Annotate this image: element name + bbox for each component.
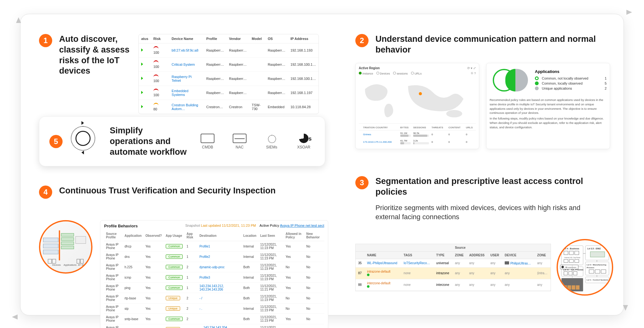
status-dot-icon bbox=[367, 285, 369, 288]
svg-text:Lvl 1 - Control Systems: Lvl 1 - Control Systems bbox=[587, 279, 608, 281]
seg-row[interactable]: 87intrazone-defaultnoneintrazone anyanya… bbox=[356, 267, 551, 279]
device-row[interactable]: 100 Raspberry Pi Telnet Raspberr…Raspber… bbox=[139, 72, 319, 86]
venn-legend-item: Common, locally observed5 bbox=[535, 81, 607, 85]
device-col[interactable] bbox=[164, 34, 169, 43]
device-name-link[interactable]: Critical-System bbox=[172, 63, 195, 66]
seg-row[interactable]: 88interzone-defaultnoneinterzone anyanya… bbox=[356, 279, 551, 291]
device-col[interactable]: Model bbox=[249, 34, 265, 43]
svg-rect-8 bbox=[75, 236, 86, 244]
status-icon bbox=[141, 105, 143, 108]
device-col[interactable]: OS bbox=[265, 34, 288, 43]
device-col[interactable]: IP Address bbox=[288, 34, 319, 43]
svg-text:AT Servers: AT Servers bbox=[78, 264, 90, 266]
step-5-card: 5 Simplify operations and automate workf… bbox=[39, 116, 325, 166]
svg-rect-0 bbox=[43, 238, 58, 242]
device-inventory-table: atusRiskDevice NameProfileVendorModelOSI… bbox=[138, 34, 319, 114]
device-col[interactable]: Profile bbox=[204, 34, 226, 43]
step-3: 3 Segmentation and prescriptive least ac… bbox=[355, 176, 601, 222]
svg-text:Lvl 3.5 - IDMZ: Lvl 3.5 - IDMZ bbox=[587, 247, 601, 250]
step-4-title: Continuous Trust Verification and Securi… bbox=[59, 186, 276, 196]
pb-row[interactable]: Avaya IP Phonertp-baseYes Unique 2 - / B… bbox=[104, 293, 324, 303]
svg-text:Lvl 3 - Manufacturing: Lvl 3 - Manufacturing bbox=[587, 264, 607, 266]
pb-policy-link[interactable]: Avaya IP Phone net test sect bbox=[280, 224, 324, 227]
seg-row[interactable]: 35WL-PhilipsUltrasoundIoTSecurityReco…un… bbox=[356, 259, 551, 267]
legend-dot-icon bbox=[535, 86, 539, 90]
cmdb-icon bbox=[201, 134, 214, 143]
integration-tools: CMDBNACSIEMsXSOAR bbox=[197, 134, 315, 149]
svg-rect-15 bbox=[80, 259, 84, 263]
map-card-controls-icon[interactable]: ⟳ ▾ ⤢ bbox=[467, 66, 476, 70]
pb-row[interactable]: Avaya IP PhonetracerouteNo Unique 4 … 14… bbox=[104, 324, 324, 328]
pb-row[interactable]: Avaya IP PhonednsYes Common 1 Profile2 I… bbox=[104, 252, 324, 262]
svg-rect-29 bbox=[590, 252, 605, 257]
svg-rect-14 bbox=[77, 259, 80, 263]
svg-rect-2 bbox=[43, 250, 58, 254]
device-name-link[interactable]: Embedded Systems bbox=[172, 89, 188, 97]
device-col[interactable]: Vendor bbox=[226, 34, 249, 43]
step-badge-5: 5 bbox=[49, 135, 63, 148]
framearrow-right-icon bbox=[626, 10, 632, 15]
status-dot-icon bbox=[367, 274, 369, 276]
svg-point-16 bbox=[446, 110, 462, 117]
map-row[interactable]: Grimes 91.1M 96.5k 000 bbox=[359, 131, 476, 138]
step-3-title: Segmentation and prescriptive least acce… bbox=[375, 176, 601, 197]
map-radio-urls[interactable]: URLs bbox=[414, 72, 422, 75]
device-name-link[interactable]: Raspberry Pi Telnet bbox=[172, 75, 192, 82]
step-2: 2 Understand device communication patter… bbox=[355, 34, 601, 55]
risk-gauge-icon bbox=[153, 60, 158, 64]
venn-heading: Applications bbox=[535, 69, 607, 74]
map-radio-devices[interactable]: Devices bbox=[380, 72, 390, 75]
tool-xsoar: XSOAR bbox=[293, 134, 315, 149]
device-row[interactable]: 100 Critical-System Raspberr…Raspberr…Ra… bbox=[139, 58, 319, 72]
pb-row[interactable]: Avaya IP Phoneh.225Yes Common 2 dynamic-… bbox=[104, 262, 324, 272]
map-title: Active Region bbox=[359, 66, 380, 70]
framearrow-left-icon bbox=[12, 314, 18, 320]
map-radio-sessions[interactable]: sessions bbox=[397, 72, 408, 75]
venn-legend-item: Common, not locally observed1 bbox=[535, 76, 607, 80]
venn-legend-item: Unique applications2 bbox=[535, 86, 607, 90]
active-region-card: Active Region ⟳ ▾ ⤢ Instance Devices ses… bbox=[355, 63, 479, 149]
svg-rect-1 bbox=[43, 244, 58, 248]
svg-text:HE-xxxxxxxxx: HE-xxxxxxxxx bbox=[565, 266, 576, 268]
device-name-link[interactable]: Crestron Building Autom… bbox=[172, 103, 198, 111]
seg-group-source: Source bbox=[452, 244, 535, 252]
svg-text:Applications: Applications bbox=[64, 264, 76, 266]
status-icon bbox=[141, 91, 143, 94]
step-1: 1 Auto discover, classify & assess risks… bbox=[39, 34, 319, 114]
tool-nac: NAC bbox=[229, 134, 251, 149]
venn-diagram-icon bbox=[493, 66, 530, 94]
status-icon bbox=[141, 48, 143, 52]
pb-row[interactable]: Avaya IP PhonedhcpYes Common 1 Profile1 … bbox=[104, 241, 324, 252]
pb-row[interactable]: Avaya IP PhonepingYes Common 1 143.234.1… bbox=[104, 283, 324, 293]
device-col[interactable]: atus bbox=[139, 34, 151, 43]
map-row[interactable]: 173.1610.175.11.200.200 41.7M 3.2k 000 bbox=[359, 138, 476, 146]
svg-rect-44 bbox=[563, 285, 567, 289]
applications-venn-card: Applications Common, not locally observe… bbox=[486, 63, 610, 149]
device-col[interactable]: Device Name bbox=[169, 34, 204, 43]
pb-row[interactable]: Avaya IP PhoneicmpYes Common 1 Profile3 … bbox=[104, 272, 324, 283]
svg-rect-4 bbox=[61, 233, 74, 236]
svg-rect-12 bbox=[48, 259, 52, 263]
device-row[interactable]: 100 Embedded Systems Raspberr…Raspberr…R… bbox=[139, 86, 319, 100]
svg-text:Devices: Devices bbox=[52, 264, 61, 266]
pb-title: Profile Behaviors bbox=[104, 224, 138, 228]
network-topology-thumb: Devices Applications AT Servers bbox=[39, 220, 92, 274]
pb-row[interactable]: Avaya IP Phonesntp-baseYes Common 2 Both… bbox=[104, 314, 324, 324]
step-badge-3: 3 bbox=[355, 176, 369, 189]
risk-gauge-icon bbox=[153, 89, 158, 92]
svg-rect-3 bbox=[59, 231, 60, 260]
svg-text:Lvl 4 - Business: Lvl 4 - Business bbox=[563, 247, 579, 250]
device-name-link[interactable]: b8:27:eb:5f:9c:a8 bbox=[172, 48, 198, 52]
framearrow-down-icon bbox=[623, 305, 628, 311]
svg-text:Process: Process bbox=[587, 266, 595, 269]
svg-rect-13 bbox=[52, 259, 56, 263]
device-row[interactable]: 80 Crestron Building Autom… Crestron…Cre… bbox=[139, 100, 319, 114]
venn-para-1: Recommended policy rules are based on co… bbox=[490, 98, 607, 115]
venn-para-2: In the following steps, modify policy ru… bbox=[490, 116, 607, 129]
siem-icon bbox=[265, 134, 279, 143]
map-radio-instance[interactable]: Instance bbox=[363, 72, 373, 75]
pb-row[interactable]: Avaya IP PhonesipYes Unique 2 - . Intern… bbox=[104, 303, 324, 314]
world-map-icon bbox=[359, 76, 476, 124]
device-col[interactable]: Risk bbox=[151, 34, 164, 43]
device-row[interactable]: 100 b8:27:eb:5f:9c:a8 Raspberr…Raspberr…… bbox=[139, 43, 319, 58]
